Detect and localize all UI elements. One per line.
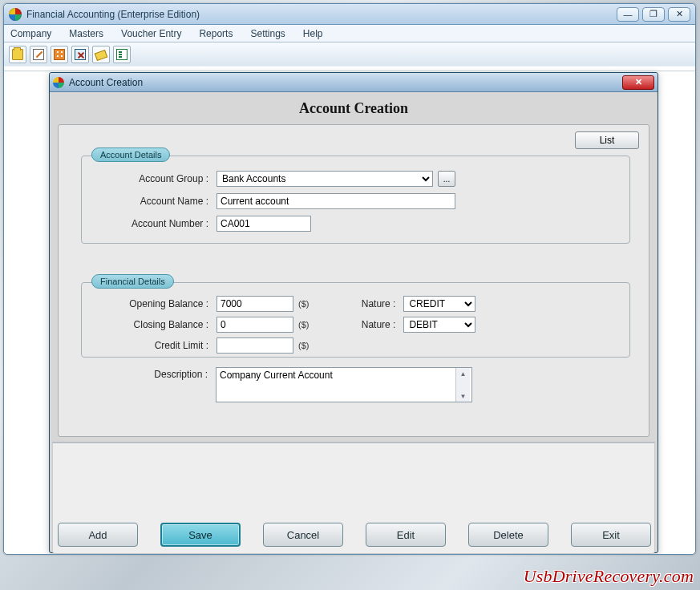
menu-reports[interactable]: Reports	[199, 28, 233, 39]
edit-button[interactable]: Edit	[366, 523, 446, 547]
closing-balance-input[interactable]	[216, 317, 293, 333]
watermark: UsbDriveRecovery.com	[524, 566, 694, 587]
account-number-label: Account Number :	[112, 218, 208, 229]
dialog-body: Account Creation List Account Details Ac…	[50, 92, 658, 552]
account-details-group: Account Details Account Group : Bank Acc…	[81, 156, 630, 244]
account-number-input[interactable]	[216, 216, 311, 232]
opening-balance-input[interactable]	[216, 296, 293, 312]
account-name-label: Account Name :	[112, 196, 208, 207]
dialog-close-button[interactable]: ✕	[622, 75, 654, 90]
credit-limit-label: Credit Limit :	[112, 340, 208, 351]
toolbar-edit-icon[interactable]	[30, 46, 47, 63]
financial-details-legend: Financial Details	[91, 274, 174, 289]
description-field-shell: ▲ ▼	[216, 367, 472, 402]
exit-button[interactable]: Exit	[571, 523, 651, 547]
description-label: Description :	[111, 367, 208, 382]
scroll-down-icon[interactable]: ▼	[456, 390, 470, 402]
save-button[interactable]: Save	[160, 523, 241, 547]
account-name-input[interactable]	[216, 193, 455, 209]
app-body: Account Creation ✕ Account Creation List…	[8, 72, 693, 555]
minimize-button[interactable]: —	[617, 7, 639, 22]
account-creation-dialog: Account Creation ✕ Account Creation List…	[49, 72, 658, 553]
dialog-titlebar[interactable]: Account Creation ✕	[50, 73, 658, 92]
app-icon	[9, 8, 22, 21]
closing-nature-select[interactable]: DEBIT	[403, 317, 475, 333]
account-group-browse-button[interactable]: ...	[438, 171, 455, 187]
financial-details-group: Financial Details Opening Balance : ($) …	[81, 282, 630, 358]
description-textarea[interactable]	[216, 368, 455, 402]
dialog-heading: Account Creation	[50, 92, 658, 120]
credit-limit-input[interactable]	[216, 337, 293, 354]
toolbar-close-icon[interactable]	[71, 46, 89, 63]
separator	[4, 67, 695, 71]
toolbar-list-icon[interactable]	[113, 46, 131, 63]
app-window: Financial Accounting (Enterprise Edition…	[3, 3, 696, 555]
menubar: Company Masters Voucher Entry Reports Se…	[4, 25, 695, 42]
account-group-select[interactable]: Bank Accounts	[216, 171, 433, 187]
toolbar-open-icon[interactable]	[9, 46, 26, 63]
delete-button[interactable]: Delete	[468, 523, 548, 547]
dialog-title: Account Creation	[69, 77, 622, 88]
opening-nature-label: Nature :	[331, 298, 395, 309]
list-button[interactable]: List	[575, 131, 639, 149]
close-button[interactable]: ✕	[668, 7, 690, 22]
description-row: Description : ▲ ▼	[111, 367, 472, 402]
opening-balance-unit: ($)	[298, 299, 309, 309]
account-group-label: Account Group :	[112, 173, 208, 184]
action-button-row: Add Save Cancel Edit Delete Exit	[58, 523, 651, 547]
cancel-button[interactable]: Cancel	[263, 523, 343, 547]
menu-company[interactable]: Company	[10, 28, 51, 39]
closing-balance-unit: ($)	[298, 320, 309, 329]
add-button[interactable]: Add	[58, 523, 138, 547]
button-panel: Add Save Cancel Edit Delete Exit	[52, 442, 655, 554]
opening-balance-label: Opening Balance :	[112, 298, 208, 309]
closing-nature-label: Nature :	[331, 319, 395, 330]
menu-help[interactable]: Help	[303, 28, 323, 39]
app-titlebar[interactable]: Financial Accounting (Enterprise Edition…	[4, 4, 695, 25]
opening-nature-select[interactable]: CREDIT	[403, 296, 475, 312]
description-scrollbar[interactable]: ▲ ▼	[455, 368, 470, 402]
menu-masters[interactable]: Masters	[69, 28, 103, 39]
content-panel: List Account Details Account Group : Ban…	[58, 124, 649, 437]
app-title: Financial Accounting (Enterprise Edition…	[26, 9, 617, 20]
closing-balance-label: Closing Balance :	[112, 319, 208, 330]
scroll-up-icon[interactable]: ▲	[456, 368, 470, 379]
toolbar	[4, 42, 695, 67]
restore-button[interactable]: ❐	[642, 7, 665, 22]
menu-settings[interactable]: Settings	[250, 28, 285, 39]
dialog-icon	[53, 77, 64, 88]
toolbar-tag-icon[interactable]	[92, 46, 110, 63]
menu-voucher[interactable]: Voucher Entry	[121, 28, 181, 39]
account-details-legend: Account Details	[91, 148, 170, 162]
toolbar-grid-icon[interactable]	[51, 46, 68, 63]
credit-limit-unit: ($)	[298, 341, 309, 350]
